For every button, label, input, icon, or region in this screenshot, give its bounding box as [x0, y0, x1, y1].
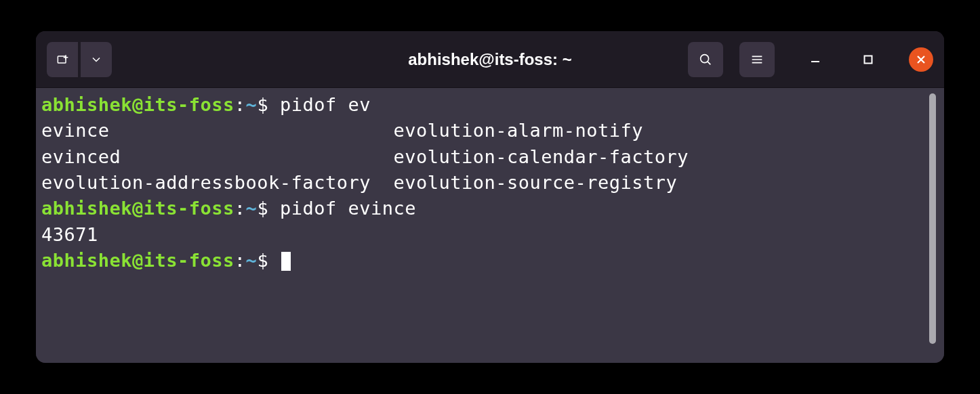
- new-tab-button[interactable]: [47, 42, 78, 77]
- terminal-body[interactable]: abhishek@its-foss:~$ pidof evevince evol…: [36, 88, 944, 363]
- maximize-button[interactable]: [856, 47, 880, 72]
- svg-point-3: [701, 54, 709, 62]
- search-button[interactable]: [688, 42, 723, 77]
- terminal-content[interactable]: abhishek@its-foss:~$ pidof evevince evol…: [41, 92, 926, 359]
- window-controls: [803, 47, 933, 72]
- hamburger-menu-button[interactable]: [739, 42, 775, 77]
- scrollbar[interactable]: [929, 93, 936, 344]
- terminal-window: abhishek@its-foss: ~ abhishek@it: [36, 31, 944, 363]
- title-bar: abhishek@its-foss: ~: [36, 31, 944, 88]
- window-title: abhishek@its-foss: ~: [408, 50, 571, 69]
- svg-rect-9: [865, 56, 872, 63]
- minimize-button[interactable]: [803, 47, 828, 72]
- close-button[interactable]: [909, 47, 933, 72]
- svg-line-4: [708, 61, 710, 64]
- tab-menu-button[interactable]: [81, 42, 112, 77]
- titlebar-right: [688, 42, 933, 77]
- tab-controls: [47, 42, 112, 77]
